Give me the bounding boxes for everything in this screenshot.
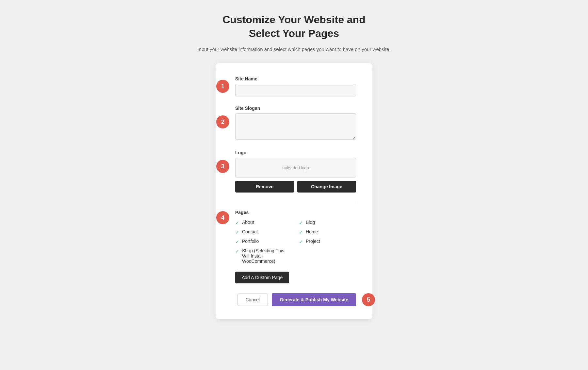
check-icon-shop: ✓	[235, 248, 239, 254]
page-subtitle: Input your website information and selec…	[197, 45, 390, 53]
page-label-project: Project	[306, 239, 320, 244]
page-item-portfolio: ✓ Portfolio	[235, 239, 292, 245]
page-item-shop: ✓ Shop (Selecting This Will Install WooC…	[235, 248, 292, 264]
page-label-about: About	[242, 220, 254, 225]
step-1-badge: 1	[216, 80, 229, 93]
site-name-label: Site Name	[235, 76, 356, 81]
logo-label: Logo	[235, 150, 356, 155]
remove-logo-button[interactable]: Remove	[235, 181, 294, 193]
add-custom-page-button[interactable]: Add A Custom Page	[235, 272, 289, 283]
change-image-button[interactable]: Change Image	[297, 181, 356, 193]
step-2-badge: 2	[216, 115, 229, 128]
logo-preview-text: uploaded logo	[282, 165, 309, 170]
page-item-project: ✓ Project	[299, 239, 356, 245]
step-3-badge: 3	[216, 160, 229, 173]
pages-section: 4 Pages ✓ About ✓ Blog ✓ Contact ✓ Home …	[235, 210, 356, 283]
site-slogan-section: 2 Site Slogan	[235, 106, 356, 141]
check-icon-portfolio: ✓	[235, 239, 239, 245]
site-name-section: 1 Site Name	[235, 76, 356, 96]
logo-buttons: Remove Change Image	[235, 181, 356, 193]
check-icon-contact: ✓	[235, 229, 239, 235]
page-label-blog: Blog	[306, 220, 315, 225]
form-card: 1 Site Name 2 Site Slogan 3 Logo uploade…	[216, 63, 372, 319]
page-label-shop: Shop (Selecting This Will Install WooCom…	[242, 248, 292, 264]
page-item-blog: ✓ Blog	[299, 220, 356, 226]
page-label-contact: Contact	[242, 229, 258, 234]
step-4-badge: 4	[216, 211, 229, 224]
page-label-home: Home	[306, 229, 318, 234]
page-item-home: ✓ Home	[299, 229, 356, 235]
page-header: Customize Your Website and Select Your P…	[197, 13, 390, 53]
cancel-button[interactable]: Cancel	[237, 294, 268, 306]
site-name-input[interactable]	[235, 84, 356, 96]
generate-publish-button[interactable]: Generate & Publish My Website	[272, 293, 356, 306]
divider	[235, 202, 356, 202]
page-label-portfolio: Portfolio	[242, 239, 259, 244]
pages-label: Pages	[235, 210, 356, 215]
page-item-contact: ✓ Contact	[235, 229, 292, 235]
check-icon-project: ✓	[299, 239, 303, 245]
logo-preview: uploaded logo	[235, 158, 356, 177]
form-footer: Cancel Generate & Publish My Website 5	[235, 293, 356, 306]
site-slogan-label: Site Slogan	[235, 106, 356, 111]
check-icon-blog: ✓	[299, 220, 303, 226]
page-item-about: ✓ About	[235, 220, 292, 226]
step-5-badge: 5	[362, 293, 375, 306]
site-slogan-input[interactable]	[235, 113, 356, 140]
pages-grid: ✓ About ✓ Blog ✓ Contact ✓ Home ✓ Portfo…	[235, 220, 356, 264]
check-icon-home: ✓	[299, 229, 303, 235]
check-icon-about: ✓	[235, 220, 239, 226]
page-title: Customize Your Website and Select Your P…	[197, 13, 390, 40]
logo-section: 3 Logo uploaded logo Remove Change Image	[235, 150, 356, 193]
